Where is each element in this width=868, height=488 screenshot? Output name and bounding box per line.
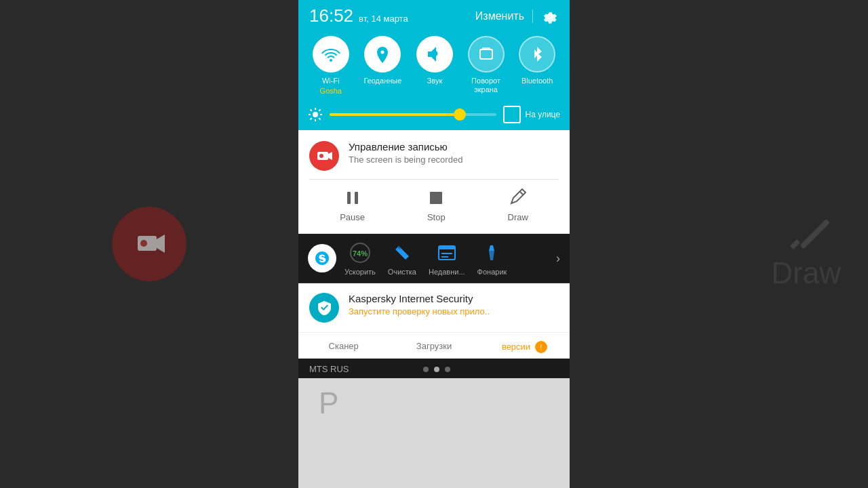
svg-line-15 bbox=[311, 118, 312, 119]
sound-icon-circle bbox=[416, 36, 453, 73]
brightness-thumb bbox=[454, 108, 466, 121]
svg-rect-5 bbox=[480, 49, 492, 59]
settings-icon[interactable] bbox=[541, 7, 559, 25]
rotation-label: Поворотэкрана bbox=[471, 77, 500, 94]
nav-dot-2[interactable] bbox=[445, 367, 450, 372]
svg-marker-17 bbox=[328, 152, 332, 160]
divider bbox=[532, 9, 533, 23]
notification-panel: 16:52 вт, 14 марта Изменить bbox=[298, 0, 570, 130]
tab-version[interactable]: версии ! bbox=[479, 338, 570, 356]
svg-rect-6 bbox=[482, 47, 490, 49]
svg-point-7 bbox=[313, 112, 318, 117]
toolbar-notification: 74% Ускорить Очистка bbox=[298, 234, 570, 283]
nav-dot-1[interactable] bbox=[434, 367, 439, 372]
toolbar-items: 74% Ускорить Очистка bbox=[344, 241, 548, 276]
toolbar-flashlight[interactable]: Фонарик bbox=[477, 241, 507, 276]
recording-notification-card: Управление записью The screen is being r… bbox=[298, 130, 570, 234]
bottom-status-bar: MTS RUS bbox=[298, 359, 570, 378]
geodata-icon-circle bbox=[364, 36, 401, 73]
version-badge: ! bbox=[535, 341, 547, 353]
qs-sound[interactable]: Звук bbox=[416, 36, 453, 95]
recent-icon bbox=[435, 241, 459, 265]
qs-rotation[interactable]: Поворотэкрана bbox=[468, 36, 505, 95]
stop-action[interactable]: Stop bbox=[426, 188, 446, 222]
svg-point-2 bbox=[140, 240, 147, 247]
svg-line-13 bbox=[319, 118, 320, 119]
clean-label: Очистка bbox=[388, 268, 416, 276]
svg-rect-20 bbox=[355, 192, 358, 204]
draw-action[interactable]: Draw bbox=[508, 188, 528, 222]
kaspersky-icon bbox=[309, 293, 339, 323]
bg-left bbox=[0, 0, 298, 488]
date: вт, 14 марта bbox=[359, 14, 408, 24]
boost-icon: 74% bbox=[348, 241, 372, 265]
skype-icon bbox=[308, 244, 336, 272]
quick-settings: Wi-Fi Gosha Геоданные Звук bbox=[298, 30, 570, 103]
bluetooth-icon-circle bbox=[519, 36, 555, 73]
kaspersky-subtitle: Запустите проверку новых прило.. bbox=[349, 306, 490, 317]
brightness-fill bbox=[330, 113, 460, 116]
svg-line-12 bbox=[311, 110, 312, 111]
kaspersky-card[interactable]: Kaspersky Internet Security Запустите пр… bbox=[298, 283, 570, 332]
change-button[interactable]: Изменить bbox=[475, 10, 524, 22]
svg-rect-21 bbox=[430, 192, 442, 204]
recent-label: Недавни... bbox=[429, 268, 465, 276]
qs-bluetooth[interactable]: Bluetooth bbox=[519, 36, 555, 95]
svg-rect-19 bbox=[347, 192, 351, 204]
notif-title: Управление записью bbox=[349, 141, 559, 152]
screen-icon bbox=[503, 106, 521, 123]
bg-right: Draw bbox=[570, 0, 868, 488]
flashlight-label: Фонарик bbox=[477, 268, 507, 276]
toolbar-arrow[interactable]: › bbox=[556, 251, 560, 266]
bg-draw-area: Draw bbox=[771, 199, 841, 290]
svg-line-22 bbox=[520, 192, 524, 195]
bottom-tabs: Сканер Загрузки версии ! bbox=[298, 332, 570, 359]
rotation-icon-circle bbox=[468, 36, 505, 73]
draw-icon bbox=[508, 188, 528, 208]
toolbar-clean[interactable]: Очистка bbox=[388, 241, 416, 276]
svg-line-14 bbox=[319, 110, 320, 111]
draw-label: Draw bbox=[508, 212, 528, 222]
pause-icon bbox=[342, 188, 363, 208]
svg-rect-26 bbox=[439, 246, 455, 249]
wifi-icon-circle bbox=[313, 36, 349, 73]
notif-actions: Pause Stop Draw bbox=[309, 188, 559, 222]
notif-divider bbox=[309, 179, 559, 180]
phone-panel: 16:52 вт, 14 марта Изменить bbox=[298, 0, 570, 488]
qs-geodata[interactable]: Геоданные bbox=[363, 36, 401, 95]
wifi-label: Wi-Fi bbox=[322, 77, 340, 85]
flashlight-icon bbox=[479, 241, 504, 265]
boost-label: Ускорить bbox=[344, 268, 376, 276]
kaspersky-title: Kaspersky Internet Security bbox=[349, 293, 490, 304]
time-date: 16:52 вт, 14 марта bbox=[309, 5, 408, 26]
na-ulice-label: На улице bbox=[525, 110, 560, 119]
pause-action[interactable]: Pause bbox=[340, 188, 365, 222]
brightness-track[interactable] bbox=[330, 113, 496, 116]
svg-marker-4 bbox=[790, 239, 800, 249]
tab-scanner[interactable]: Сканер bbox=[298, 338, 389, 356]
status-right: Изменить bbox=[475, 7, 559, 25]
stop-label: Stop bbox=[427, 212, 446, 222]
clock: 16:52 bbox=[309, 5, 353, 26]
toolbar-recent[interactable]: Недавни... bbox=[429, 241, 465, 276]
nav-dots bbox=[349, 367, 526, 372]
svg-marker-1 bbox=[157, 235, 165, 253]
nav-dot-0[interactable] bbox=[423, 367, 429, 372]
clean-icon bbox=[390, 241, 414, 265]
notif-text: Управление записью The screen is being r… bbox=[349, 141, 559, 165]
notif-subtitle: The screen is being recorded bbox=[349, 155, 559, 165]
toolbar-boost[interactable]: 74% Ускорить bbox=[344, 241, 376, 276]
sound-label: Звук bbox=[427, 77, 443, 85]
svg-rect-3 bbox=[800, 218, 830, 249]
bg-record-icon bbox=[112, 207, 186, 281]
qs-wifi[interactable]: Wi-Fi Gosha bbox=[313, 36, 349, 95]
status-bar: 16:52 вт, 14 марта Изменить bbox=[298, 0, 570, 30]
brightness-icon bbox=[308, 107, 323, 122]
geodata-label: Геоданные bbox=[363, 77, 401, 85]
tab-downloads[interactable]: Загрузки bbox=[389, 338, 479, 356]
brightness-row: На улице bbox=[298, 103, 570, 130]
na-ulice-toggle[interactable]: На улице bbox=[503, 106, 560, 123]
svg-point-18 bbox=[319, 154, 323, 158]
carrier: MTS RUS bbox=[309, 364, 349, 374]
pause-label: Pause bbox=[340, 212, 365, 222]
